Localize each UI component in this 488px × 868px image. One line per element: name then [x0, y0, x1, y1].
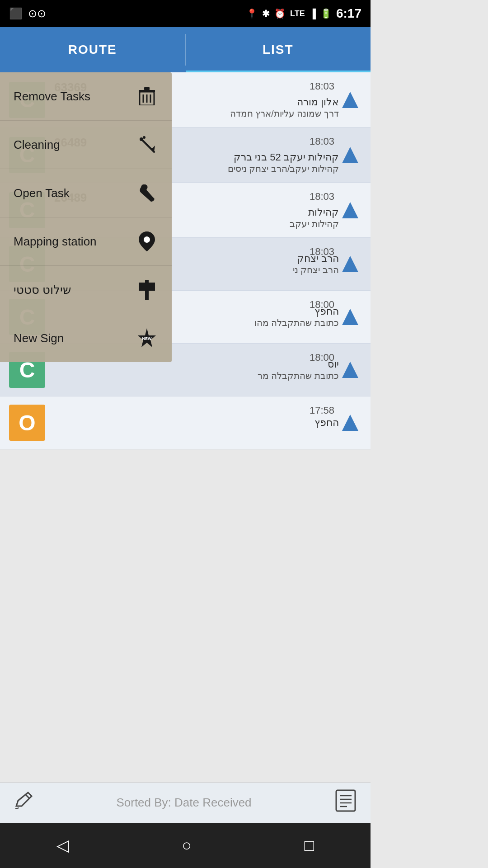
battery-icon: 🔋: [320, 8, 332, 19]
svg-text:NEW: NEW: [142, 336, 152, 341]
voicemail-icon: ⊙⊙: [28, 7, 46, 20]
route-nav-icon-2[interactable]: [339, 144, 361, 166]
route-nav-icon-7[interactable]: [339, 411, 361, 434]
svg-point-9: [144, 236, 150, 243]
route-nav-icon-6[interactable]: [339, 359, 361, 381]
route-time-7: 17:58: [310, 405, 334, 416]
status-bar: ⬛ ⊙⊙ 📍 ✱ ⏰ LTE ▐ 🔋 6:17: [0, 0, 371, 27]
svg-line-16: [15, 808, 19, 809]
menu-item-remove-tasks[interactable]: Remove Tasks: [0, 72, 172, 121]
sort-label: Sorted By: Date Received: [33, 796, 334, 810]
svg-rect-2: [144, 87, 150, 90]
new-badge-icon: NEW: [136, 327, 158, 349]
tab-list[interactable]: LIST: [186, 27, 371, 72]
svg-rect-1: [139, 90, 155, 92]
lte-icon: LTE: [290, 9, 305, 19]
svg-rect-17: [336, 790, 355, 811]
tab-route[interactable]: ROUTE: [0, 27, 185, 72]
broom-icon: [136, 133, 158, 156]
location-icon: 📍: [246, 8, 258, 19]
list-report-icon[interactable]: [334, 789, 357, 816]
route-info-7: החפץ: [54, 417, 339, 429]
back-button[interactable]: ◁: [56, 836, 69, 855]
clock-icon: ⏰: [274, 8, 286, 19]
menu-item-new-sign[interactable]: New Sign NEW: [0, 314, 172, 362]
menu-item-city-send[interactable]: שילוט סטטי: [0, 266, 172, 314]
status-icons-right: 📍 ✱ ⏰ LTE ▐ 🔋 6:17: [246, 6, 361, 21]
signal-icon: ▐: [310, 9, 316, 19]
bluetooth-icon: ✱: [262, 8, 270, 19]
wrench-icon: [136, 182, 158, 204]
photo-icon: ⬛: [9, 7, 23, 20]
menu-item-open-task[interactable]: Open Task: [0, 169, 172, 217]
route-time-3: 18:03: [310, 191, 334, 203]
route-nav-icon-5[interactable]: [339, 306, 361, 328]
time-display: 6:17: [336, 6, 361, 21]
route-time-1: 18:03: [310, 80, 334, 92]
svg-line-15: [25, 794, 30, 799]
route-time-5: 18:00: [310, 299, 334, 311]
route-nav-icon-4[interactable]: [339, 253, 361, 275]
route-item-7[interactable]: O החפץ 17:58: [0, 396, 371, 449]
menu-item-mapping-station[interactable]: Mapping station: [0, 217, 172, 266]
route-nav-icon-3[interactable]: [339, 199, 361, 222]
trash-icon: [136, 85, 158, 108]
route-nav-icon-1[interactable]: [339, 89, 361, 111]
svg-point-7: [143, 136, 145, 139]
route-time-2: 18:03: [310, 136, 334, 147]
context-menu: Remove Tasks Cleaning Open Task: [0, 72, 172, 362]
edit-icon[interactable]: [14, 791, 33, 815]
status-icons-left: ⬛ ⊙⊙: [9, 7, 46, 20]
tab-bar: ROUTE LIST: [0, 27, 371, 72]
home-button[interactable]: ○: [182, 836, 192, 855]
svg-marker-12: [139, 283, 155, 291]
recent-button[interactable]: □: [305, 836, 314, 855]
route-badge-7: O: [9, 405, 45, 441]
map-pin-icon: [136, 230, 158, 253]
route-time-4: 18:03: [310, 246, 334, 258]
menu-item-cleaning[interactable]: Cleaning: [0, 121, 172, 169]
nav-bar: ◁ ○ □: [0, 823, 371, 868]
signpost-icon: [136, 278, 158, 301]
bottom-bar: Sorted By: Date Received: [0, 782, 371, 823]
route-time-6: 18:00: [310, 352, 334, 363]
